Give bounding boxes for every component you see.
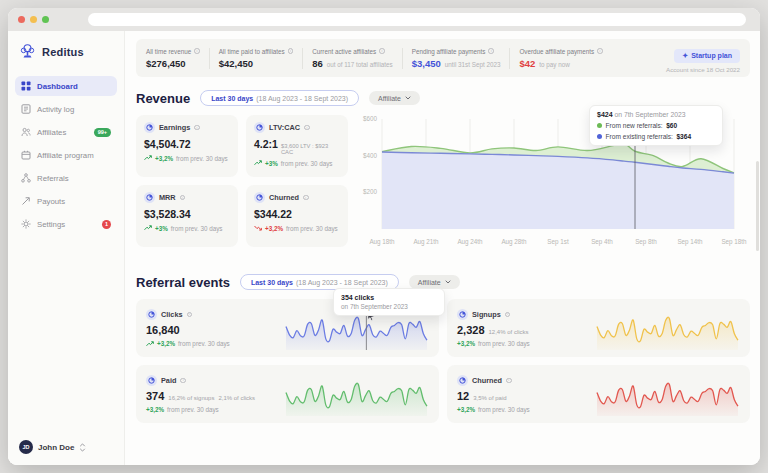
svg-text:$400: $400	[363, 152, 378, 159]
stat-label: Overdue affiliate payments	[519, 48, 594, 55]
scrollbar[interactable]	[756, 161, 759, 251]
stat-all-time-paid: All time paid to affiliatesi $42,450	[209, 48, 303, 69]
info-icon[interactable]: i	[194, 48, 200, 54]
plan-badge-label: Startup plan	[691, 52, 732, 59]
paid-card[interactable]: Paid i 37416,2% of signups2,1% of clicks…	[136, 365, 439, 423]
card-change: +3,2%	[157, 340, 175, 347]
revenue-affiliate-filter[interactable]: Affiliate	[369, 91, 420, 105]
info-icon[interactable]: i	[180, 195, 186, 201]
tooltip-value: 354 clicks	[341, 294, 437, 301]
churned-sparkline[interactable]	[595, 372, 740, 416]
sidebar-item-label: Settings	[37, 220, 65, 229]
sidebar-item-dashboard[interactable]: Dashboard	[15, 76, 117, 96]
ltv-cac-icon	[254, 122, 265, 133]
sidebar: Reditus Dashboard Activity log Affiliate…	[8, 31, 125, 465]
stat-value: $3,450	[412, 58, 441, 69]
close-window-icon[interactable]	[18, 16, 25, 23]
sidebar-item-settings[interactable]: Settings 1	[15, 214, 117, 234]
churned-revenue-card[interactable]: Churned i $344.22 +3,2%from prev. 30 day…	[246, 185, 348, 247]
browser-window: Reditus Dashboard Activity log Affiliate…	[8, 8, 760, 465]
churned-icon	[254, 192, 265, 203]
card-sub: 3,5% of paid	[473, 395, 506, 401]
card-change: +3,2%	[155, 155, 173, 162]
filter-label: Affiliate	[378, 95, 401, 102]
info-icon[interactable]: i	[597, 48, 603, 54]
chevron-down-icon	[445, 280, 451, 284]
stat-overdue-payments: Overdue affiliate paymentsi $42to pay no…	[509, 48, 611, 69]
range-dates: (18 Aug 2023 - 18 Sept 2023)	[256, 95, 348, 102]
info-icon[interactable]: i	[303, 195, 309, 201]
mrr-card[interactable]: MRR i $3,528.34 +3%from prev. 30 days	[136, 185, 238, 247]
info-icon[interactable]: i	[194, 125, 200, 131]
info-icon[interactable]: i	[506, 378, 512, 384]
maximize-window-icon[interactable]	[42, 16, 49, 23]
card-label: LTV:CAC	[269, 123, 300, 132]
info-icon[interactable]: i	[488, 48, 494, 54]
card-change: +3,2%	[457, 406, 475, 413]
card-label: Paid	[161, 376, 176, 385]
paid-sparkline[interactable]	[284, 372, 429, 416]
sparkle-icon: ✦	[682, 52, 688, 60]
chevron-down-icon	[405, 96, 411, 100]
user-menu[interactable]: JD John Doe	[15, 437, 117, 457]
earnings-card[interactable]: Earnings i $4,504.72 +3,2%from prev. 30 …	[136, 115, 238, 177]
info-icon[interactable]: i	[379, 48, 385, 54]
signups-sparkline[interactable]	[595, 306, 740, 350]
sidebar-item-activity-log[interactable]: Activity log	[15, 99, 117, 119]
info-icon[interactable]: i	[288, 48, 294, 54]
stat-active-affiliates: Current active affiliatesi 86out of 117 …	[302, 48, 402, 69]
card-value: 4.2:1	[254, 138, 278, 150]
card-value: $344.22	[254, 208, 292, 220]
stat-value: $276,450	[146, 58, 186, 69]
card-label: Earnings	[159, 123, 190, 132]
referral-events-section: Referral events Last 30 days (18 Aug 202…	[136, 274, 750, 423]
url-bar[interactable]	[88, 13, 746, 26]
affiliates-count-badge: 99+	[94, 128, 111, 137]
sidebar-item-payouts[interactable]: Payouts	[15, 191, 117, 211]
card-change: +3,2%	[457, 340, 475, 347]
stat-label: All time revenue	[146, 48, 191, 55]
main-content: All time revenuei $276,450 All time paid…	[125, 31, 760, 465]
referrals-affiliate-filter[interactable]: Affiliate	[409, 275, 460, 289]
card-label: Churned	[269, 193, 299, 202]
affiliate-program-icon	[21, 150, 31, 160]
card-change: +3,2%	[146, 406, 164, 413]
sidebar-item-label: Payouts	[37, 197, 65, 206]
card-value: $4,504.72	[144, 138, 191, 150]
clicks-icon	[146, 309, 157, 320]
info-icon[interactable]: i	[187, 312, 193, 318]
referral-cards: Clicks i 16,840 +3,2%from prev. 30 days	[136, 299, 750, 423]
revenue-date-range-button[interactable]: Last 30 days (18 Aug 2023 - 18 Sept 2023…	[200, 90, 359, 106]
logo[interactable]: Reditus	[15, 39, 117, 60]
minimize-window-icon[interactable]	[30, 16, 37, 23]
tooltip-date: on 7th September 2023	[341, 303, 437, 310]
info-icon[interactable]: i	[180, 378, 186, 384]
svg-text:Sep 8th: Sep 8th	[635, 238, 657, 246]
tooltip-row-label: From existing referrals:	[606, 133, 673, 140]
tooltip-date: on 7th September 2023	[614, 111, 685, 118]
revenue-tooltip: $424 on 7th September 2023 From new refe…	[589, 105, 723, 146]
earnings-icon	[144, 122, 155, 133]
range-dates: (18 Aug 2023 - 18 Sept 2023)	[296, 279, 388, 286]
sidebar-item-referrals[interactable]: Referrals	[15, 168, 117, 188]
card-sub: 2,1% of clicks	[218, 395, 255, 401]
sidebar-item-label: Activity log	[37, 105, 74, 114]
avatar: JD	[19, 440, 33, 454]
svg-text:$600: $600	[363, 115, 378, 122]
ltv-cac-card[interactable]: LTV:CAC i 4.2:1$3,600 LTV : $923 CAC +3%…	[246, 115, 348, 177]
svg-text:Sep 1st: Sep 1st	[547, 238, 569, 246]
sidebar-item-affiliates[interactable]: Affiliates 99+	[15, 122, 117, 142]
info-icon[interactable]: i	[505, 312, 511, 318]
account-since: Account since 18 Oct 2022	[666, 66, 740, 73]
revenue-chart-area: Aug 18thAug 21thAug 24thAug 28thSep 1stS…	[356, 111, 751, 261]
plan-badge[interactable]: ✦Startup plan	[674, 49, 740, 63]
churned-card[interactable]: Churned i 123,5% of paid +3,2%from prev.…	[447, 365, 750, 423]
signups-card[interactable]: Signups i 2,32812,4% of clicks +3,2%from…	[447, 299, 750, 357]
info-icon[interactable]: i	[304, 125, 310, 131]
signups-icon	[457, 309, 468, 320]
dashboard-grid-icon	[21, 81, 31, 91]
card-sub: 16,2% of signups	[168, 395, 214, 401]
app: Reditus Dashboard Activity log Affiliate…	[8, 31, 760, 465]
sidebar-nav: Dashboard Activity log Affiliates 99+ Af…	[15, 76, 117, 437]
sidebar-item-affiliate-program[interactable]: Affiliate program	[15, 145, 117, 165]
